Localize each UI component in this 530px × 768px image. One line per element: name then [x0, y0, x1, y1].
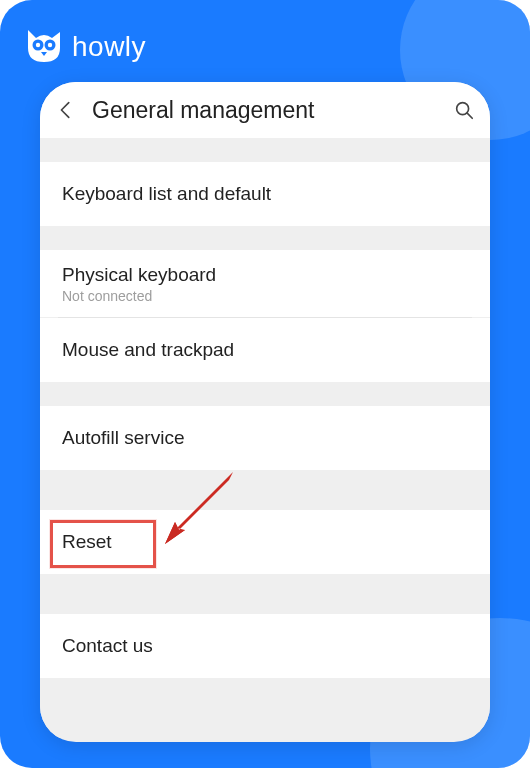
brand-name: howly [72, 31, 146, 63]
section-gap [40, 574, 490, 614]
row-label: Keyboard list and default [62, 183, 468, 205]
row-sublabel: Not connected [62, 288, 468, 304]
brand-logo: howly [24, 28, 146, 66]
row-autofill[interactable]: Autofill service [40, 406, 490, 470]
section-gap [40, 470, 490, 510]
section-gap [40, 382, 490, 406]
settings-header: General management [40, 82, 490, 138]
svg-line-5 [467, 113, 472, 118]
promo-card: howly General management Keyboard list a… [0, 0, 530, 768]
search-icon[interactable] [452, 98, 476, 122]
row-mouse-trackpad[interactable]: Mouse and trackpad [40, 318, 490, 382]
section-gap [40, 678, 490, 738]
phone-screenshot: General management Keyboard list and def… [40, 82, 490, 742]
row-keyboard-list[interactable]: Keyboard list and default [40, 162, 490, 226]
row-label: Reset [62, 531, 468, 553]
back-icon[interactable] [54, 98, 78, 122]
row-label: Mouse and trackpad [62, 339, 468, 361]
row-label: Physical keyboard [62, 264, 468, 286]
row-contact-us[interactable]: Contact us [40, 614, 490, 678]
section-gap [40, 138, 490, 162]
svg-point-3 [48, 43, 52, 47]
owl-icon [24, 28, 64, 66]
row-physical-keyboard[interactable]: Physical keyboard Not connected [40, 250, 490, 317]
row-reset[interactable]: Reset [40, 510, 490, 574]
svg-point-2 [36, 43, 40, 47]
row-label: Contact us [62, 635, 468, 657]
row-label: Autofill service [62, 427, 468, 449]
page-title: General management [92, 97, 438, 124]
section-gap [40, 226, 490, 250]
